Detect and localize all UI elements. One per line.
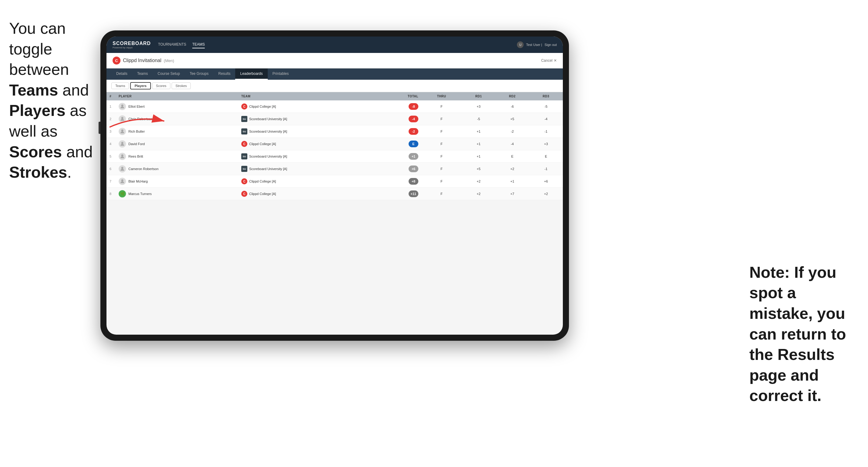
tab-tee-groups[interactable]: Tee Groups <box>185 68 213 80</box>
cancel-button[interactable]: Cancel ✕ <box>541 58 557 63</box>
nav-tournaments[interactable]: TOURNAMENTS <box>158 41 186 49</box>
user-label: Test User | <box>526 43 542 46</box>
team-logo-clippd: C <box>241 103 247 110</box>
tournament-title: C Clippd Invitational (Men) <box>113 57 174 64</box>
cell-total: E <box>377 138 421 150</box>
toggle-strokes-button[interactable]: Strokes <box>172 83 191 89</box>
cell-team: SU Scoreboard University [A] <box>238 125 377 138</box>
tablet-screen: SCOREBOARD Powered by clippd TOURNAMENTS… <box>106 36 563 335</box>
score-badge: +6 <box>409 165 418 172</box>
tab-leaderboards[interactable]: Leaderboards <box>235 68 268 80</box>
close-icon: ✕ <box>554 58 557 63</box>
col-player: PLAYER <box>116 92 238 100</box>
tournament-header: C Clippd Invitational (Men) Cancel ✕ <box>106 53 563 68</box>
cell-rd2: -6 <box>495 100 529 113</box>
cell-player: Blair McHarg <box>116 175 238 188</box>
col-rd3: RD3 <box>529 92 563 100</box>
cell-player: David Ford <box>116 138 238 150</box>
cell-thru: F <box>422 138 462 150</box>
player-avatar <box>119 153 126 160</box>
cell-player: Elliot Ebert <box>116 100 238 113</box>
cell-thru: F <box>422 125 462 138</box>
cell-thru: F <box>422 150 462 163</box>
tab-teams[interactable]: Teams <box>132 68 153 80</box>
score-badge: -2 <box>409 128 418 135</box>
cell-total: +11 <box>377 188 421 200</box>
team-logo-clippd: C <box>241 178 247 184</box>
cell-team: SU Scoreboard University [A] <box>238 150 377 163</box>
cell-total: -8 <box>377 100 421 113</box>
table-row: 4 David Ford C Clippd College [A] E F +1… <box>106 138 563 150</box>
team-logo-scoreboard: SU <box>241 166 247 172</box>
player-avatar <box>119 178 126 185</box>
cell-rd2: -2 <box>495 125 529 138</box>
tab-course-setup[interactable]: Course Setup <box>153 68 185 80</box>
cell-rd1: +3 <box>462 100 496 113</box>
score-badge: -4 <box>409 116 418 122</box>
cell-rd3: +3 <box>529 138 563 150</box>
cell-rd3: +2 <box>529 188 563 200</box>
cell-player: 🌿 Marcus Turners <box>116 188 238 200</box>
table-row: 2 Chris Robertson SU Scoreboard Universi… <box>106 113 563 125</box>
col-rank: # <box>106 92 116 100</box>
sign-out-link[interactable]: Sign out <box>545 43 557 46</box>
team-logo-scoreboard: SU <box>241 153 247 159</box>
svg-point-7 <box>121 180 124 182</box>
table-row: 5 Rees Britt SU Scoreboard University [A… <box>106 150 563 163</box>
toggle-scores-button[interactable]: Scores <box>152 83 170 89</box>
cell-rd1: +1 <box>462 138 496 150</box>
tab-details[interactable]: Details <box>111 68 132 80</box>
cell-team: C Clippd College [A] <box>238 100 377 113</box>
cell-rd1: +2 <box>462 188 496 200</box>
table-row: 1 Elliot Ebert C Clippd College [A] -8 F… <box>106 100 563 113</box>
tab-results[interactable]: Results <box>213 68 235 80</box>
cell-rd3: -1 <box>529 163 563 175</box>
scoreboard-logo: SCOREBOARD Powered by clippd <box>113 41 151 49</box>
right-annotation: Note: If you spot a mistake, you can ret… <box>749 262 859 406</box>
cell-rd2: +1 <box>495 175 529 188</box>
user-avatar: U <box>517 41 524 48</box>
tournament-name: Clippd Invitational <box>123 58 161 63</box>
cell-rd3: -1 <box>529 125 563 138</box>
col-rd1: RD1 <box>462 92 496 100</box>
cell-thru: F <box>422 100 462 113</box>
tablet-frame: SCOREBOARD Powered by clippd TOURNAMENTS… <box>100 30 569 341</box>
tab-printables[interactable]: Printables <box>268 68 293 80</box>
cell-player: Cameron Robertson <box>116 163 238 175</box>
leaderboard-table: # PLAYER TEAM TOTAL THRU RD1 RD2 RD3 1 E… <box>106 92 563 200</box>
toggle-teams-button[interactable]: Teams <box>111 83 129 89</box>
team-logo-scoreboard: SU <box>241 116 247 122</box>
score-badge: E <box>409 141 418 147</box>
tablet-side-button <box>99 122 100 134</box>
team-logo-clippd: C <box>241 141 247 147</box>
header-right: U Test User | Sign out <box>517 41 557 48</box>
cell-rd1: +2 <box>462 175 496 188</box>
cell-total: +6 <box>377 163 421 175</box>
cell-thru: F <box>422 113 462 125</box>
cell-rd2: +2 <box>495 163 529 175</box>
col-rd2: RD2 <box>495 92 529 100</box>
cell-rd1: +1 <box>462 150 496 163</box>
cell-total: +8 <box>377 175 421 188</box>
cell-total: -2 <box>377 125 421 138</box>
nav-links: TOURNAMENTS TEAMS <box>158 41 205 49</box>
cell-rank: 5 <box>106 150 116 163</box>
cell-rank: 7 <box>106 175 116 188</box>
nav-teams[interactable]: TEAMS <box>192 41 205 49</box>
tournament-gender: (Men) <box>164 58 174 63</box>
logo-subtitle: Powered by clippd <box>113 46 151 49</box>
toggle-players-button[interactable]: Players <box>130 82 151 89</box>
cell-rd2: +5 <box>495 113 529 125</box>
cell-rank: 6 <box>106 163 116 175</box>
col-thru: THRU <box>422 92 462 100</box>
table-row: 7 Blair McHarg C Clippd College [A] +8 F… <box>106 175 563 188</box>
cell-team: C Clippd College [A] <box>238 138 377 150</box>
player-avatar <box>119 103 126 110</box>
team-logo-scoreboard: SU <box>241 128 247 134</box>
toggle-row: Teams Players Scores Strokes <box>106 80 563 92</box>
table-body: 1 Elliot Ebert C Clippd College [A] -8 F… <box>106 100 563 200</box>
col-total: TOTAL <box>377 92 421 100</box>
cell-team: C Clippd College [A] <box>238 188 377 200</box>
svg-point-6 <box>121 167 124 169</box>
table-row: 6 Cameron Robertson SU Scoreboard Univer… <box>106 163 563 175</box>
